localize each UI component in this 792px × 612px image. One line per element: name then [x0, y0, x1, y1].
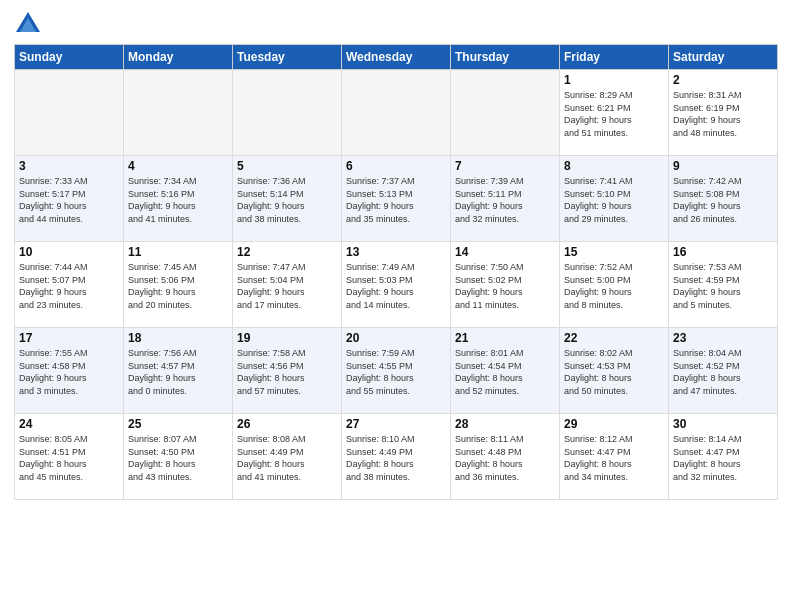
day-number: 15 [564, 245, 664, 259]
day-number: 1 [564, 73, 664, 87]
day-number: 10 [19, 245, 119, 259]
calendar-week-row: 24Sunrise: 8:05 AM Sunset: 4:51 PM Dayli… [15, 414, 778, 500]
day-number: 19 [237, 331, 337, 345]
day-detail: Sunrise: 7:49 AM Sunset: 5:03 PM Dayligh… [346, 261, 446, 311]
day-number: 27 [346, 417, 446, 431]
day-detail: Sunrise: 7:33 AM Sunset: 5:17 PM Dayligh… [19, 175, 119, 225]
page-container: SundayMondayTuesdayWednesdayThursdayFrid… [0, 0, 792, 612]
calendar-header-thursday: Thursday [451, 45, 560, 70]
day-detail: Sunrise: 8:12 AM Sunset: 4:47 PM Dayligh… [564, 433, 664, 483]
header [14, 10, 778, 38]
day-number: 16 [673, 245, 773, 259]
day-number: 20 [346, 331, 446, 345]
day-number: 14 [455, 245, 555, 259]
calendar-cell [233, 70, 342, 156]
calendar-cell: 16Sunrise: 7:53 AM Sunset: 4:59 PM Dayli… [669, 242, 778, 328]
calendar-cell: 22Sunrise: 8:02 AM Sunset: 4:53 PM Dayli… [560, 328, 669, 414]
day-detail: Sunrise: 7:47 AM Sunset: 5:04 PM Dayligh… [237, 261, 337, 311]
day-detail: Sunrise: 8:31 AM Sunset: 6:19 PM Dayligh… [673, 89, 773, 139]
day-detail: Sunrise: 7:59 AM Sunset: 4:55 PM Dayligh… [346, 347, 446, 397]
day-detail: Sunrise: 7:41 AM Sunset: 5:10 PM Dayligh… [564, 175, 664, 225]
calendar-cell: 13Sunrise: 7:49 AM Sunset: 5:03 PM Dayli… [342, 242, 451, 328]
calendar-cell: 19Sunrise: 7:58 AM Sunset: 4:56 PM Dayli… [233, 328, 342, 414]
day-detail: Sunrise: 8:29 AM Sunset: 6:21 PM Dayligh… [564, 89, 664, 139]
day-number: 26 [237, 417, 337, 431]
day-number: 13 [346, 245, 446, 259]
day-number: 21 [455, 331, 555, 345]
calendar-cell [15, 70, 124, 156]
day-detail: Sunrise: 8:11 AM Sunset: 4:48 PM Dayligh… [455, 433, 555, 483]
calendar-cell: 6Sunrise: 7:37 AM Sunset: 5:13 PM Daylig… [342, 156, 451, 242]
calendar-cell [124, 70, 233, 156]
day-number: 23 [673, 331, 773, 345]
calendar-cell: 11Sunrise: 7:45 AM Sunset: 5:06 PM Dayli… [124, 242, 233, 328]
calendar-cell: 30Sunrise: 8:14 AM Sunset: 4:47 PM Dayli… [669, 414, 778, 500]
calendar-header-tuesday: Tuesday [233, 45, 342, 70]
calendar-header-monday: Monday [124, 45, 233, 70]
calendar-week-row: 10Sunrise: 7:44 AM Sunset: 5:07 PM Dayli… [15, 242, 778, 328]
logo [14, 10, 46, 38]
day-detail: Sunrise: 8:04 AM Sunset: 4:52 PM Dayligh… [673, 347, 773, 397]
calendar-cell: 2Sunrise: 8:31 AM Sunset: 6:19 PM Daylig… [669, 70, 778, 156]
calendar-cell: 4Sunrise: 7:34 AM Sunset: 5:16 PM Daylig… [124, 156, 233, 242]
calendar-week-row: 17Sunrise: 7:55 AM Sunset: 4:58 PM Dayli… [15, 328, 778, 414]
calendar-cell: 18Sunrise: 7:56 AM Sunset: 4:57 PM Dayli… [124, 328, 233, 414]
day-number: 25 [128, 417, 228, 431]
day-number: 7 [455, 159, 555, 173]
day-detail: Sunrise: 7:52 AM Sunset: 5:00 PM Dayligh… [564, 261, 664, 311]
day-detail: Sunrise: 7:39 AM Sunset: 5:11 PM Dayligh… [455, 175, 555, 225]
calendar-header-sunday: Sunday [15, 45, 124, 70]
calendar-cell [451, 70, 560, 156]
calendar-cell [342, 70, 451, 156]
day-detail: Sunrise: 7:37 AM Sunset: 5:13 PM Dayligh… [346, 175, 446, 225]
calendar-cell: 1Sunrise: 8:29 AM Sunset: 6:21 PM Daylig… [560, 70, 669, 156]
day-number: 8 [564, 159, 664, 173]
day-number: 24 [19, 417, 119, 431]
calendar-week-row: 3Sunrise: 7:33 AM Sunset: 5:17 PM Daylig… [15, 156, 778, 242]
day-number: 11 [128, 245, 228, 259]
day-detail: Sunrise: 8:02 AM Sunset: 4:53 PM Dayligh… [564, 347, 664, 397]
day-number: 29 [564, 417, 664, 431]
day-detail: Sunrise: 7:56 AM Sunset: 4:57 PM Dayligh… [128, 347, 228, 397]
calendar-cell: 28Sunrise: 8:11 AM Sunset: 4:48 PM Dayli… [451, 414, 560, 500]
calendar-header-row: SundayMondayTuesdayWednesdayThursdayFrid… [15, 45, 778, 70]
day-detail: Sunrise: 8:07 AM Sunset: 4:50 PM Dayligh… [128, 433, 228, 483]
day-detail: Sunrise: 8:08 AM Sunset: 4:49 PM Dayligh… [237, 433, 337, 483]
day-detail: Sunrise: 8:14 AM Sunset: 4:47 PM Dayligh… [673, 433, 773, 483]
day-detail: Sunrise: 7:55 AM Sunset: 4:58 PM Dayligh… [19, 347, 119, 397]
day-number: 4 [128, 159, 228, 173]
day-number: 18 [128, 331, 228, 345]
day-number: 28 [455, 417, 555, 431]
day-detail: Sunrise: 7:50 AM Sunset: 5:02 PM Dayligh… [455, 261, 555, 311]
calendar-cell: 23Sunrise: 8:04 AM Sunset: 4:52 PM Dayli… [669, 328, 778, 414]
calendar-header-saturday: Saturday [669, 45, 778, 70]
calendar-cell: 24Sunrise: 8:05 AM Sunset: 4:51 PM Dayli… [15, 414, 124, 500]
calendar-cell: 15Sunrise: 7:52 AM Sunset: 5:00 PM Dayli… [560, 242, 669, 328]
day-number: 12 [237, 245, 337, 259]
day-number: 3 [19, 159, 119, 173]
day-number: 6 [346, 159, 446, 173]
day-detail: Sunrise: 7:45 AM Sunset: 5:06 PM Dayligh… [128, 261, 228, 311]
day-number: 17 [19, 331, 119, 345]
calendar-cell: 25Sunrise: 8:07 AM Sunset: 4:50 PM Dayli… [124, 414, 233, 500]
day-detail: Sunrise: 7:58 AM Sunset: 4:56 PM Dayligh… [237, 347, 337, 397]
day-detail: Sunrise: 8:05 AM Sunset: 4:51 PM Dayligh… [19, 433, 119, 483]
calendar-header-wednesday: Wednesday [342, 45, 451, 70]
calendar-cell: 26Sunrise: 8:08 AM Sunset: 4:49 PM Dayli… [233, 414, 342, 500]
day-number: 2 [673, 73, 773, 87]
day-detail: Sunrise: 7:44 AM Sunset: 5:07 PM Dayligh… [19, 261, 119, 311]
day-detail: Sunrise: 7:53 AM Sunset: 4:59 PM Dayligh… [673, 261, 773, 311]
calendar-cell: 3Sunrise: 7:33 AM Sunset: 5:17 PM Daylig… [15, 156, 124, 242]
calendar-cell: 5Sunrise: 7:36 AM Sunset: 5:14 PM Daylig… [233, 156, 342, 242]
day-number: 22 [564, 331, 664, 345]
calendar-cell: 20Sunrise: 7:59 AM Sunset: 4:55 PM Dayli… [342, 328, 451, 414]
day-detail: Sunrise: 7:36 AM Sunset: 5:14 PM Dayligh… [237, 175, 337, 225]
day-number: 5 [237, 159, 337, 173]
day-number: 30 [673, 417, 773, 431]
calendar-cell: 17Sunrise: 7:55 AM Sunset: 4:58 PM Dayli… [15, 328, 124, 414]
day-detail: Sunrise: 7:42 AM Sunset: 5:08 PM Dayligh… [673, 175, 773, 225]
calendar-cell: 29Sunrise: 8:12 AM Sunset: 4:47 PM Dayli… [560, 414, 669, 500]
day-detail: Sunrise: 7:34 AM Sunset: 5:16 PM Dayligh… [128, 175, 228, 225]
calendar-cell: 7Sunrise: 7:39 AM Sunset: 5:11 PM Daylig… [451, 156, 560, 242]
calendar-cell: 21Sunrise: 8:01 AM Sunset: 4:54 PM Dayli… [451, 328, 560, 414]
